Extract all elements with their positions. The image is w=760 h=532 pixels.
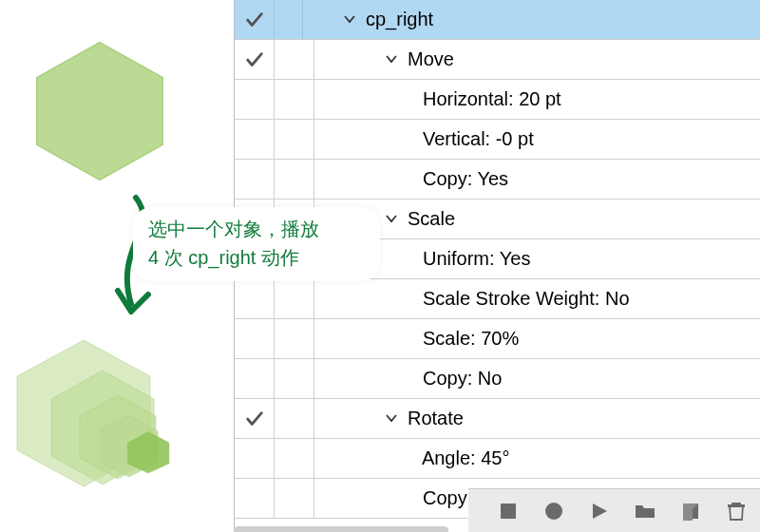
row-label: Copy: Yes <box>385 168 508 189</box>
row-label: Scale Stroke Weight: No <box>385 288 630 309</box>
row-label: cp_right <box>366 9 433 29</box>
new-action-icon[interactable] <box>680 501 701 522</box>
row-label: Vertical: -0 pt <box>385 128 534 149</box>
toggle-checkbox[interactable] <box>235 319 275 358</box>
spacer-cell <box>275 359 314 398</box>
svg-marker-8 <box>593 504 607 519</box>
action-row[interactable]: Rotate <box>235 399 760 439</box>
toggle-checkbox[interactable] <box>235 0 275 39</box>
action-row[interactable]: Vertical: -0 pt <box>235 120 760 160</box>
row-label: Rotate <box>408 408 464 428</box>
row-label: Angle: 45° <box>385 447 509 468</box>
row-body: Horizontal: 20 pt <box>314 80 760 119</box>
row-body: Rotate <box>314 399 760 438</box>
play-icon[interactable] <box>589 501 610 522</box>
spacer-cell <box>275 439 314 478</box>
chevron-down-icon[interactable] <box>385 52 398 66</box>
spacer-cell <box>275 40 314 79</box>
row-body: Copy: No <box>314 359 760 398</box>
spacer-cell <box>275 120 314 159</box>
row-body: Scale <box>314 200 760 238</box>
toggle-checkbox[interactable] <box>235 160 275 199</box>
spacer-cell <box>275 0 303 39</box>
row-body: Scale Stroke Weight: No <box>314 279 760 318</box>
action-row[interactable]: Horizontal: 20 pt <box>235 80 760 120</box>
action-row[interactable]: Angle: 45° <box>235 439 760 479</box>
toggle-checkbox[interactable] <box>235 40 275 79</box>
action-row[interactable]: Scale: 70% <box>235 319 760 359</box>
hexagon-top <box>27 38 173 184</box>
row-label: Uniform: Yes <box>385 248 530 269</box>
svg-rect-6 <box>501 504 516 519</box>
spacer-cell <box>275 279 314 318</box>
hexagon-cluster <box>6 332 205 522</box>
annotation-bubble: 选中一个对象，播放 4 次 cp_right 动作 <box>133 207 380 281</box>
spacer-cell <box>275 399 314 438</box>
actions-toolbar <box>468 488 760 532</box>
row-label: Scale: 70% <box>385 328 519 349</box>
row-body: Scale: 70% <box>314 319 760 358</box>
annotation-line-2: 4 次 cp_right 动作 <box>148 243 365 272</box>
row-body: Angle: 45° <box>314 439 760 478</box>
action-row[interactable]: Scale Stroke Weight: No <box>235 279 760 319</box>
action-row[interactable]: Move <box>235 40 760 80</box>
folder-icon[interactable] <box>635 501 656 522</box>
row-body: cp_right <box>303 0 760 39</box>
spacer-cell <box>275 479 314 518</box>
annotation-line-1: 选中一个对象，播放 <box>148 215 365 243</box>
toggle-checkbox[interactable] <box>235 479 275 518</box>
row-body: Vertical: -0 pt <box>314 120 760 159</box>
row-body: Uniform: Yes <box>314 239 760 278</box>
chevron-down-icon[interactable] <box>343 12 356 26</box>
stop-icon[interactable] <box>498 501 519 522</box>
action-row[interactable]: cp_right <box>235 0 760 40</box>
chevron-down-icon[interactable] <box>385 212 398 225</box>
action-row[interactable]: Copy: No <box>235 359 760 399</box>
horizontal-scrollbar[interactable] <box>234 526 448 532</box>
svg-marker-0 <box>37 43 162 180</box>
row-label: Horizontal: 20 pt <box>385 88 561 109</box>
toggle-checkbox[interactable] <box>235 279 275 318</box>
trash-icon[interactable] <box>726 501 747 522</box>
row-body: Move <box>314 40 760 79</box>
spacer-cell <box>275 80 314 119</box>
chevron-down-icon[interactable] <box>385 411 398 425</box>
row-label: Copy: No <box>385 368 502 389</box>
row-label: Scale <box>408 208 455 229</box>
toggle-checkbox[interactable] <box>235 439 275 478</box>
svg-point-7 <box>545 503 562 520</box>
row-body: Copy: Yes <box>314 160 760 199</box>
row-label: Move <box>408 48 454 69</box>
record-icon[interactable] <box>543 501 564 522</box>
spacer-cell <box>275 160 314 199</box>
toggle-checkbox[interactable] <box>235 359 275 398</box>
toggle-checkbox[interactable] <box>235 80 275 119</box>
spacer-cell <box>275 319 314 358</box>
action-row[interactable]: Copy: Yes <box>235 160 760 200</box>
toggle-checkbox[interactable] <box>235 120 275 159</box>
toggle-checkbox[interactable] <box>235 399 275 438</box>
